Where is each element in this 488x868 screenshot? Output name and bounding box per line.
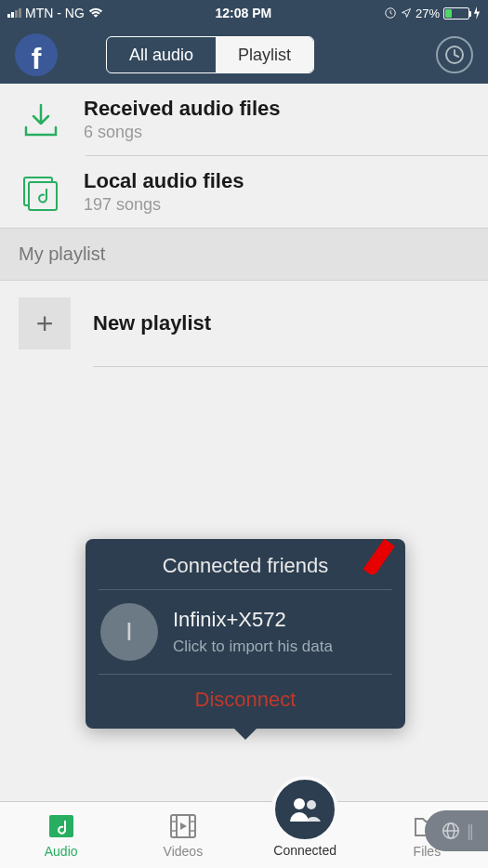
nav-connected[interactable]: Connected — [244, 802, 366, 868]
audio-segmented-control: All audio Playlist — [106, 36, 314, 73]
tab-playlist[interactable]: Playlist — [216, 37, 313, 72]
nav-videos[interactable]: Videos — [122, 802, 244, 868]
avatar: I — [100, 603, 158, 661]
svg-marker-14 — [180, 822, 187, 830]
clock-icon — [443, 44, 466, 66]
svg-point-16 — [307, 800, 316, 809]
download-icon — [19, 100, 63, 139]
friend-sub: Click to import his data — [173, 638, 333, 656]
popup-title: Connected friends — [100, 554, 390, 578]
local-audio-row[interactable]: Local audio files 197 songs — [0, 156, 488, 228]
received-sub: 6 songs — [84, 123, 281, 142]
divider — [93, 366, 488, 367]
battery-pct-label: 27% — [415, 7, 440, 20]
status-bar: MTN - NG 12:08 PM 27% — [0, 0, 488, 26]
nav-videos-label: Videos — [164, 844, 204, 859]
connected-bubble[interactable] — [271, 776, 338, 843]
bottom-nav: Audio Videos Connected Files — [0, 801, 488, 868]
my-playlist-header: My playlist — [0, 228, 488, 281]
wifi-icon — [88, 7, 103, 19]
tab-all-audio[interactable]: All audio — [107, 37, 216, 72]
music-folder-icon — [19, 173, 63, 212]
local-title: Local audio files — [84, 169, 244, 193]
globe-icon — [441, 821, 461, 841]
plus-icon: + — [19, 297, 71, 349]
divider — [99, 674, 392, 675]
received-title: Received audio files — [84, 97, 281, 121]
videos-icon — [167, 812, 199, 840]
facebook-icon[interactable]: f — [15, 33, 58, 76]
app-header: f All audio Playlist — [0, 26, 488, 84]
svg-point-15 — [294, 798, 305, 809]
carrier-label: MTN - NG — [25, 6, 85, 20]
history-button[interactable] — [436, 36, 473, 73]
edge-panel-button[interactable]: || — [425, 810, 488, 851]
grip-icon: || — [467, 822, 471, 841]
friend-row[interactable]: I Infinix+X572 Click to import his data — [100, 590, 390, 674]
battery-icon — [443, 7, 469, 20]
local-sub: 197 songs — [84, 195, 244, 215]
nav-connected-label: Connected — [273, 843, 336, 858]
location-icon — [401, 7, 412, 19]
new-playlist-label: New playlist — [93, 311, 211, 335]
connected-friends-popup: Connected friends I Infinix+X572 Click t… — [86, 539, 405, 729]
audio-icon — [46, 812, 77, 840]
rotation-lock-icon — [384, 7, 397, 20]
signal-icon — [7, 8, 21, 18]
received-audio-row[interactable]: Received audio files 6 songs — [0, 84, 488, 155]
people-icon — [287, 796, 323, 823]
disconnect-button[interactable]: Disconnect — [100, 688, 390, 712]
playlist-list: Received audio files 6 songs Local audio… — [0, 84, 488, 228]
popup-caret-icon — [232, 727, 258, 740]
clock-label: 12:08 PM — [103, 6, 384, 20]
svg-rect-3 — [29, 182, 57, 210]
new-playlist-row[interactable]: + New playlist — [0, 281, 488, 366]
nav-audio[interactable]: Audio — [0, 802, 122, 868]
friend-name: Infinix+X572 — [173, 608, 333, 632]
charging-icon — [473, 7, 481, 20]
nav-audio-label: Audio — [45, 844, 78, 859]
